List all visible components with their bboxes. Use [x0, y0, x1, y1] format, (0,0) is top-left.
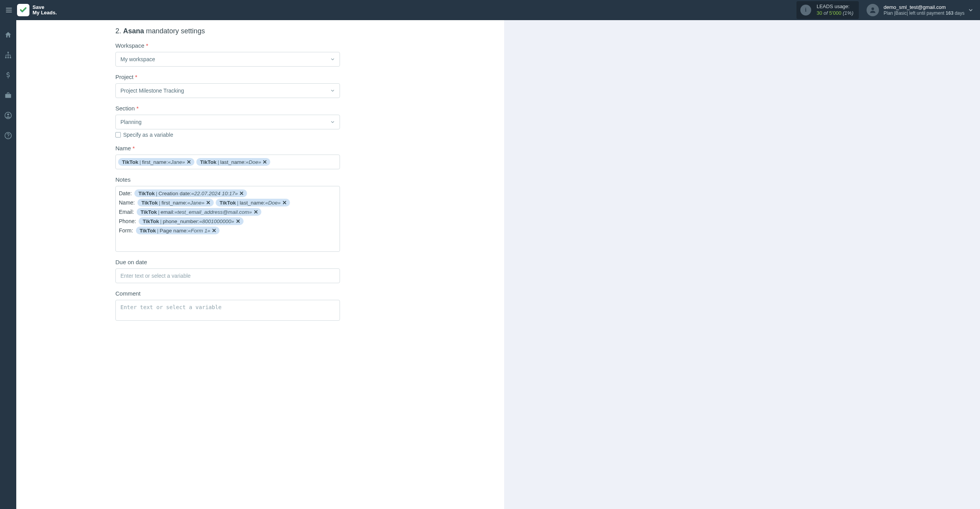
usage-widget[interactable]: i LEADS usage: 30 of 5'000 (1%) — [796, 1, 859, 19]
sidebar-briefcase-icon[interactable] — [2, 89, 14, 101]
notes-row: Phone:TikTok | phone_number: «8001000000… — [119, 217, 336, 225]
sidebar-home-icon[interactable] — [2, 29, 14, 41]
sidebar-billing-icon[interactable] — [2, 69, 14, 81]
notes-label: Notes — [115, 176, 340, 183]
section-label: Section * — [115, 105, 340, 112]
variable-token[interactable]: TikTok | Page name: «Form 1»✕ — [136, 227, 220, 234]
checkbox-icon — [115, 132, 121, 138]
comment-input[interactable] — [115, 300, 340, 321]
avatar-icon — [867, 4, 879, 16]
remove-token-icon[interactable]: ✕ — [282, 199, 287, 206]
workspace-label: Workspace * — [115, 42, 340, 49]
notes-row-label: Name: — [119, 199, 135, 206]
svg-rect-4 — [7, 52, 9, 53]
chevron-down-icon — [330, 119, 335, 125]
sidebar-connections-icon[interactable] — [2, 49, 14, 61]
account-email: demo_sml_test@gmail.com — [884, 4, 965, 11]
name-input[interactable]: TikTok | first_name: «Jane»✕TikTok | las… — [115, 155, 340, 169]
usage-limit: 5'000 — [829, 10, 841, 16]
remove-token-icon[interactable]: ✕ — [239, 190, 244, 196]
notes-row: Date:TikTok | Creation date: «22.07.2024… — [119, 189, 336, 197]
variable-token[interactable]: TikTok | Creation date: «22.07.2024 10:1… — [134, 189, 247, 197]
notes-row-label: Form: — [119, 227, 133, 234]
comment-label: Comment — [115, 290, 340, 297]
svg-rect-6 — [7, 57, 9, 58]
notes-row: Email:TikTok | email: «test_email_addres… — [119, 208, 336, 216]
usage-label: LEADS usage: — [817, 3, 853, 10]
svg-rect-8 — [5, 94, 11, 98]
workspace-select[interactable]: My workspace — [115, 52, 340, 67]
section-select[interactable]: Planning — [115, 115, 340, 129]
section-title: 2. Asana mandatory settings — [115, 27, 340, 35]
due-date-label: Due on date — [115, 259, 340, 265]
project-select[interactable]: Project Milestone Tracking — [115, 83, 340, 98]
remove-token-icon[interactable]: ✕ — [212, 227, 216, 234]
svg-point-3 — [872, 7, 874, 10]
usage-current: 30 — [817, 10, 822, 16]
remove-token-icon[interactable]: ✕ — [263, 159, 267, 165]
account-plan: Plan |Basic| left until payment 163 days — [884, 10, 965, 16]
project-label: Project * — [115, 74, 340, 80]
variable-token[interactable]: TikTok | last_name: «Doe»✕ — [216, 199, 290, 206]
svg-rect-7 — [10, 57, 11, 58]
chevron-down-icon — [330, 57, 335, 62]
sidebar-help-icon[interactable] — [2, 129, 14, 142]
svg-point-12 — [8, 137, 9, 138]
usage-pct: (1%) — [843, 10, 853, 16]
remove-token-icon[interactable]: ✕ — [187, 159, 191, 165]
notes-row-label: Email: — [119, 209, 134, 215]
notes-input[interactable]: Date:TikTok | Creation date: «22.07.2024… — [115, 186, 340, 252]
remove-token-icon[interactable]: ✕ — [254, 209, 258, 215]
sidebar — [0, 20, 16, 509]
notes-row: Form:TikTok | Page name: «Form 1»✕ — [119, 227, 336, 234]
variable-token[interactable]: TikTok | phone_number: «8001000000»✕ — [139, 217, 243, 225]
notes-row: Name:TikTok | first_name: «Jane»✕TikTok … — [119, 199, 336, 206]
due-date-input[interactable] — [115, 268, 340, 283]
specify-variable-checkbox[interactable]: Specify as a variable — [115, 132, 340, 138]
svg-rect-5 — [5, 57, 7, 58]
variable-token[interactable]: TikTok | first_name: «Jane»✕ — [137, 199, 214, 206]
logo[interactable]: Save My Leads. — [17, 4, 57, 16]
logo-text: Save My Leads. — [33, 5, 57, 15]
top-header: Save My Leads. i LEADS usage: 30 of 5'00… — [0, 0, 980, 20]
account-chevron-icon[interactable] — [968, 7, 974, 13]
variable-token[interactable]: TikTok | first_name: «Jane»✕ — [118, 158, 194, 166]
account-menu[interactable]: demo_sml_test@gmail.com Plan |Basic| lef… — [867, 4, 965, 16]
logo-icon — [17, 4, 29, 16]
variable-token[interactable]: TikTok | last_name: «Doe»✕ — [196, 158, 271, 166]
sidebar-user-icon[interactable] — [2, 109, 14, 122]
info-icon: i — [800, 5, 811, 15]
notes-row-label: Phone: — [119, 218, 136, 224]
name-label: Name * — [115, 145, 340, 151]
menu-toggle[interactable] — [3, 4, 15, 16]
notes-row-label: Date: — [119, 190, 132, 196]
svg-point-10 — [7, 113, 9, 115]
chevron-down-icon — [330, 88, 335, 93]
remove-token-icon[interactable]: ✕ — [236, 218, 240, 224]
remove-token-icon[interactable]: ✕ — [206, 199, 211, 206]
variable-token[interactable]: TikTok | email: «test_email_address@mail… — [137, 208, 261, 216]
